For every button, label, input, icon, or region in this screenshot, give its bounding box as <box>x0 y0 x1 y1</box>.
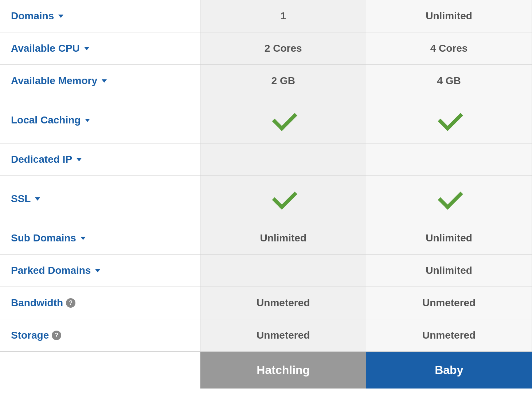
feature-cell-storage: Storage? <box>0 319 200 352</box>
feature-cell-bandwidth: Bandwidth? <box>0 287 200 319</box>
baby-cell-bandwidth: Unmetered <box>366 287 532 319</box>
checkmark-icon <box>272 106 297 131</box>
row-dedicated-ip: Dedicated IP <box>0 143 532 176</box>
baby-value-sub-domains: Unlimited <box>426 232 472 244</box>
row-parked-domains: Parked DomainsUnlimited <box>0 255 532 287</box>
question-icon[interactable]: ? <box>52 331 61 340</box>
question-icon[interactable]: ? <box>66 298 75 308</box>
footer-baby-cell: Baby <box>366 352 532 389</box>
baby-value-domains: Unlimited <box>426 10 472 21</box>
chevron-down-icon <box>35 197 40 201</box>
chevron-down-icon <box>58 15 63 18</box>
feature-cell-domains: Domains <box>0 0 200 32</box>
feature-cell-available-cpu: Available CPU <box>0 32 200 65</box>
hatchling-value-sub-domains: Unlimited <box>260 232 306 244</box>
feature-label-ssl[interactable]: SSL <box>11 193 189 205</box>
feature-label-domains[interactable]: Domains <box>11 10 189 22</box>
chevron-down-icon <box>102 79 107 83</box>
baby-cell-ssl <box>366 176 532 222</box>
row-available-cpu: Available CPU2 Cores4 Cores <box>0 32 532 65</box>
hatchling-cell-bandwidth: Unmetered <box>200 287 366 319</box>
baby-value-available-memory: 4 GB <box>437 75 461 86</box>
hatchling-cell-dedicated-ip <box>200 143 366 176</box>
feature-label-text-storage: Storage <box>11 330 49 341</box>
feature-cell-ssl: SSL <box>0 176 200 222</box>
comparison-table: Domains1UnlimitedAvailable CPU2 Cores4 C… <box>0 0 532 389</box>
footer-feature-cell <box>0 352 200 389</box>
feature-cell-available-memory: Available Memory <box>0 65 200 97</box>
feature-cell-local-caching: Local Caching <box>0 97 200 143</box>
hatchling-cell-available-memory: 2 GB <box>200 65 366 97</box>
feature-label-local-caching[interactable]: Local Caching <box>11 114 189 126</box>
feature-label-text-available-memory: Available Memory <box>11 75 97 87</box>
chevron-down-icon <box>95 269 100 272</box>
feature-label-text-parked-domains: Parked Domains <box>11 265 91 276</box>
hatchling-value-available-memory: 2 GB <box>271 75 295 86</box>
checkmark-icon <box>272 184 297 209</box>
feature-label-text-available-cpu: Available CPU <box>11 43 80 54</box>
baby-cell-dedicated-ip <box>366 143 532 176</box>
baby-value-available-cpu: 4 Cores <box>430 43 468 54</box>
row-storage: Storage?UnmeteredUnmetered <box>0 319 532 352</box>
row-available-memory: Available Memory2 GB4 GB <box>0 65 532 97</box>
baby-cell-parked-domains: Unlimited <box>366 255 532 287</box>
feature-label-available-cpu[interactable]: Available CPU <box>11 43 189 54</box>
row-sub-domains: Sub DomainsUnlimitedUnlimited <box>0 222 532 255</box>
feature-label-text-domains: Domains <box>11 10 54 22</box>
baby-cell-local-caching <box>366 97 532 143</box>
baby-button[interactable]: Baby <box>366 352 532 389</box>
footer-hatchling-cell: Hatchling <box>200 352 366 389</box>
hatchling-cell-parked-domains <box>200 255 366 287</box>
feature-cell-dedicated-ip: Dedicated IP <box>0 143 200 176</box>
baby-value-storage: Unmetered <box>422 330 476 341</box>
feature-label-text-ssl: SSL <box>11 193 31 205</box>
hatchling-value-available-cpu: 2 Cores <box>265 43 302 54</box>
hatchling-value-bandwidth: Unmetered <box>257 297 310 308</box>
hatchling-value-storage: Unmetered <box>257 330 310 341</box>
hatchling-cell-sub-domains: Unlimited <box>200 222 366 255</box>
hatchling-cell-local-caching <box>200 97 366 143</box>
feature-cell-sub-domains: Sub Domains <box>0 222 200 255</box>
baby-cell-sub-domains: Unlimited <box>366 222 532 255</box>
hatchling-cell-available-cpu: 2 Cores <box>200 32 366 65</box>
chevron-down-icon <box>84 47 89 50</box>
feature-label-dedicated-ip[interactable]: Dedicated IP <box>11 154 189 165</box>
checkmark-icon <box>438 106 463 131</box>
hatchling-button[interactable]: Hatchling <box>200 352 366 389</box>
row-bandwidth: Bandwidth?UnmeteredUnmetered <box>0 287 532 319</box>
hatchling-cell-storage: Unmetered <box>200 319 366 352</box>
row-ssl: SSL <box>0 176 532 222</box>
feature-label-bandwidth[interactable]: Bandwidth? <box>11 297 189 309</box>
row-local-caching: Local Caching <box>0 97 532 143</box>
hatchling-cell-ssl <box>200 176 366 222</box>
chevron-down-icon <box>77 158 82 161</box>
feature-label-text-local-caching: Local Caching <box>11 114 81 126</box>
footer-row: HatchlingBaby <box>0 352 532 389</box>
chevron-down-icon <box>81 237 86 240</box>
feature-label-text-sub-domains: Sub Domains <box>11 232 76 244</box>
hatchling-cell-domains: 1 <box>200 0 366 32</box>
hatchling-value-domains: 1 <box>280 10 286 21</box>
row-domains: Domains1Unlimited <box>0 0 532 32</box>
chevron-down-icon <box>85 119 90 122</box>
feature-label-text-bandwidth: Bandwidth <box>11 297 63 309</box>
baby-cell-available-cpu: 4 Cores <box>366 32 532 65</box>
feature-label-parked-domains[interactable]: Parked Domains <box>11 265 189 276</box>
feature-label-storage[interactable]: Storage? <box>11 330 189 341</box>
feature-cell-parked-domains: Parked Domains <box>0 255 200 287</box>
baby-cell-available-memory: 4 GB <box>366 65 532 97</box>
feature-label-sub-domains[interactable]: Sub Domains <box>11 232 189 244</box>
feature-label-text-dedicated-ip: Dedicated IP <box>11 154 72 165</box>
checkmark-icon <box>438 184 463 209</box>
baby-value-bandwidth: Unmetered <box>422 297 476 308</box>
feature-label-available-memory[interactable]: Available Memory <box>11 75 189 87</box>
baby-cell-storage: Unmetered <box>366 319 532 352</box>
baby-cell-domains: Unlimited <box>366 0 532 32</box>
baby-value-parked-domains: Unlimited <box>426 265 472 276</box>
